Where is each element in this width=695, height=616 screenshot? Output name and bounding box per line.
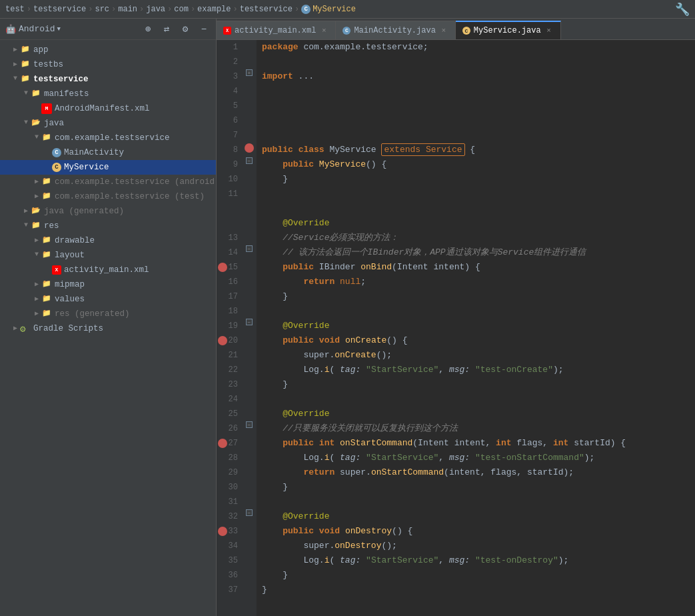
code-line-4 [262, 84, 695, 99]
code-line-5 [262, 99, 695, 113]
line-number: 8 [217, 143, 243, 157]
folder-icon: 📁 [41, 177, 52, 187]
expand-arrow-icon: ▼ [21, 119, 31, 128]
breadcrumb-item[interactable]: testservice [33, 5, 86, 14]
line-number: 4 [217, 84, 243, 99]
sidebar-item-values[interactable]: ▶ 📁 values [0, 292, 216, 307]
line-number: 1 [217, 40, 243, 55]
code-line-20: public void onCreate() { [262, 333, 695, 348]
collapse-arrow-icon: ▶ [11, 45, 20, 55]
line-number [217, 201, 243, 231]
sidebar-item-mipmap[interactable]: ▶ 📁 mipmap [0, 277, 216, 292]
tree-item-label: Gradle Scripts [33, 324, 211, 333]
breadcrumb-sep: › [167, 5, 172, 14]
fold-icon[interactable]: − [246, 509, 253, 516]
line-number: 19 [217, 319, 243, 333]
sidebar-item-com-example-android[interactable]: ▶ 📁 com.example.testservice (android [0, 175, 216, 189]
code-line-27: public int onStartCommand(Intent intent,… [262, 436, 695, 451]
java-tab-icon: C [343, 27, 350, 35]
sidebar-item-java[interactable]: ▼ 📂 java [0, 116, 216, 131]
sidebar-item-manifests[interactable]: ▼ 📁 manifests [0, 87, 216, 101]
fold-icon[interactable]: − [246, 319, 253, 325]
sidebar-item-java-generated[interactable]: ▶ 📂 java (generated) [0, 204, 216, 219]
line-number: 16 [217, 275, 243, 289]
tab-activity-main-xml[interactable]: X activity_main.xml × [217, 21, 336, 39]
settings-button[interactable]: ⚙ [179, 23, 192, 36]
tree-item-label: com.example.testservice (test) [55, 192, 211, 201]
fold-icon[interactable]: − [246, 157, 253, 164]
breadcrumb-item[interactable]: java [146, 5, 165, 14]
code-line-6 [262, 113, 695, 128]
sidebar-item-mainactivity[interactable]: ▶ C MainActivity [0, 145, 216, 160]
fold-icon[interactable]: + [246, 69, 253, 76]
collapse-arrow-icon: ▶ [32, 236, 41, 245]
tab-bar: X activity_main.xml × C MainActivity.jav… [217, 19, 695, 40]
tab-label: MainActivity.java [354, 26, 435, 35]
java-class-icon: C [52, 148, 61, 157]
tab-mainactivity-java[interactable]: C MainActivity.java × [336, 21, 455, 39]
fold-icon[interactable]: − [246, 421, 253, 428]
line-number: 30 [217, 480, 243, 495]
globe-button[interactable]: ⊕ [141, 23, 155, 36]
sync-button[interactable]: ⇄ [160, 23, 173, 36]
line-number: 27 [217, 436, 243, 451]
line-number: 10 [217, 172, 243, 187]
dropdown-arrow-icon: ▼ [57, 26, 61, 33]
folder-icon: 📁 [20, 59, 31, 70]
settings-icon[interactable]: 🔧 [675, 2, 690, 17]
breadcrumb-sep: › [295, 5, 299, 14]
breadcrumb-item[interactable]: test [5, 5, 25, 14]
sidebar-item-com-example-testservice[interactable]: ▼ 📁 com.example.testservice [0, 131, 216, 145]
tab-close-button[interactable]: × [319, 26, 329, 35]
class-icon: C [301, 5, 311, 14]
sidebar-item-layout[interactable]: ▼ 📁 layout [0, 248, 216, 263]
line-number: 5 [217, 99, 243, 113]
sidebar-item-res[interactable]: ▼ 📁 res [0, 219, 216, 233]
tab-close-button[interactable]: × [439, 26, 448, 35]
breadcrumb-item[interactable]: testservice [240, 5, 293, 14]
sidebar-item-drawable[interactable]: ▶ 📁 drawable [0, 233, 216, 248]
sidebar-item-testbs[interactable]: ▶ 📁 testbs [0, 57, 216, 72]
sidebar-item-res-generated[interactable]: ▶ 📁 res (generated) [0, 307, 216, 321]
collapse-button[interactable]: − [197, 23, 211, 36]
tree-item-label: layout [55, 251, 211, 260]
expand-arrow-icon: ▼ [21, 221, 31, 231]
line-number: 37 [217, 583, 243, 597]
sidebar-item-androidmanifest[interactable]: ▶ M AndroidManifest.xml [0, 101, 216, 116]
sidebar-item-gradle-scripts[interactable]: ▶ ⚙ Gradle Scripts [0, 321, 216, 336]
java-folder-icon: 📂 [31, 118, 41, 129]
tree-item-label: res [44, 221, 211, 231]
code-line-33: public void onDestroy() { [262, 524, 695, 539]
sidebar-item-app[interactable]: ▶ 📁 app [0, 43, 216, 57]
breadcrumb-item[interactable]: example [197, 5, 231, 14]
line-number: 7 [217, 128, 243, 143]
code-editor[interactable]: 1 2 3 4 5 6 7 8 9 10 11 13 14 15 16 17 1… [217, 40, 695, 616]
sidebar-item-activity-main-xml[interactable]: ▶ X activity_main.xml [0, 263, 216, 277]
tab-close-button[interactable]: × [544, 26, 554, 35]
editor-area: X activity_main.xml × C MainActivity.jav… [217, 19, 695, 616]
line-number: 18 [217, 304, 243, 319]
folder-icon: 📁 [20, 74, 31, 85]
folder-icon: 📁 [41, 294, 52, 305]
tree-item-label: com.example.testservice (android [55, 177, 215, 187]
sidebar-item-testservice[interactable]: ▼ 📁 testservice [0, 72, 216, 87]
code-line-9: public MyService() { [262, 157, 695, 172]
android-dropdown[interactable]: 🤖 Android ▼ [5, 24, 61, 35]
gutter: + − − − − − [243, 40, 257, 616]
sidebar-item-myservice[interactable]: ▶ C MyService [0, 160, 216, 175]
folder-icon: 📁 [20, 45, 31, 55]
breadcrumb-item[interactable]: com [174, 5, 189, 14]
sidebar-item-com-example-test[interactable]: ▶ 📁 com.example.testservice (test) [0, 189, 216, 204]
line-number: 14 [217, 245, 243, 260]
line-number: 15 [217, 260, 243, 275]
collapse-arrow-icon: ▶ [32, 295, 41, 304]
line-number: 28 [217, 451, 243, 465]
code-content[interactable]: package com.example.testservice; import … [257, 40, 695, 616]
tree-item-label: values [55, 295, 211, 304]
fold-icon[interactable]: − [246, 245, 253, 252]
breadcrumb-item[interactable]: src [95, 5, 109, 14]
tab-myservice-java[interactable]: C MyService.java × [456, 21, 561, 39]
line-number: 26 [217, 421, 243, 436]
code-line-3: import ... [262, 69, 695, 84]
breadcrumb-item[interactable]: main [118, 5, 137, 14]
